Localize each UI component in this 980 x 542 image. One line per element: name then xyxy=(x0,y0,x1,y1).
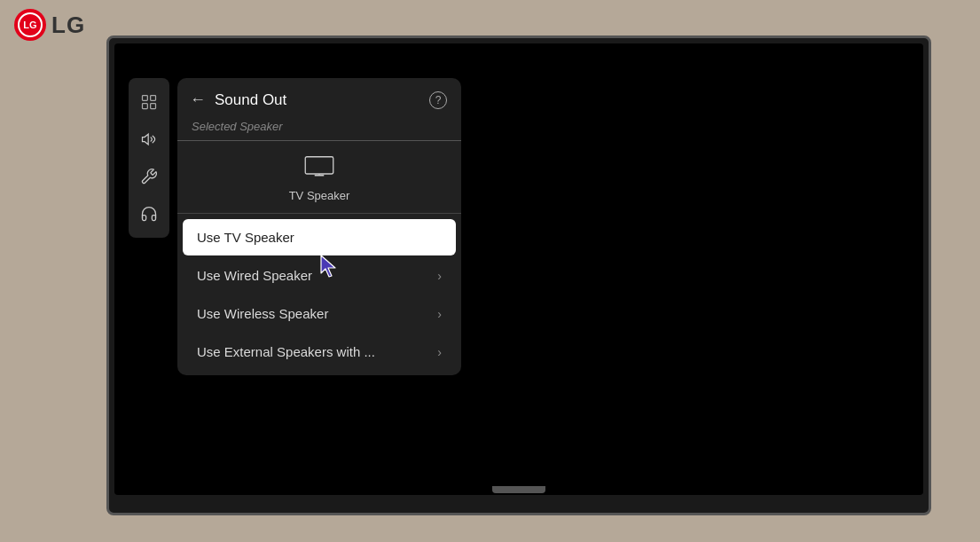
use-tv-speaker-label: Use TV Speaker xyxy=(197,230,294,245)
svg-rect-2 xyxy=(143,104,148,109)
svg-rect-0 xyxy=(143,96,148,101)
use-external-speakers-label: Use External Speakers with ... xyxy=(197,344,375,359)
help-icon-text: ? xyxy=(435,94,442,106)
use-wired-speaker-label: Use Wired Speaker xyxy=(197,268,312,283)
use-wired-speaker-chevron: › xyxy=(437,269,442,283)
use-wireless-speaker-label: Use Wireless Speaker xyxy=(197,306,328,321)
tv-speaker-text: TV Speaker xyxy=(289,189,350,202)
svg-rect-1 xyxy=(151,96,156,101)
lg-logo: LG LG xyxy=(14,9,85,41)
tv-speaker-section: TV Speaker xyxy=(177,141,461,214)
help-button[interactable]: ? xyxy=(429,91,447,109)
panel-header: ← Sound Out ? xyxy=(177,78,461,118)
menu-items: Use TV Speaker Use Wired Speaker › Use W… xyxy=(177,214,461,375)
sound-icon xyxy=(140,130,158,148)
svg-marker-4 xyxy=(143,134,149,145)
sound-out-panel: ← Sound Out ? Selected Speaker TV Speake… xyxy=(177,78,461,375)
sidebar-item-headphone[interactable] xyxy=(132,197,166,231)
menu-item-use-wired-speaker[interactable]: Use Wired Speaker › xyxy=(183,257,456,294)
lg-brand-text: LG xyxy=(51,12,85,39)
menu-item-use-external-speakers[interactable]: Use External Speakers with ... › xyxy=(183,334,456,370)
panel-header-left: ← Sound Out xyxy=(190,90,286,109)
lg-logo-circle: LG xyxy=(14,9,46,41)
sidebar xyxy=(129,78,169,238)
sidebar-item-grid[interactable] xyxy=(132,85,166,119)
lg-circle-text: LG xyxy=(23,20,36,30)
svg-rect-5 xyxy=(305,157,333,174)
menu-item-use-tv-speaker[interactable]: Use TV Speaker xyxy=(183,219,456,255)
tool-icon xyxy=(140,168,158,185)
menu-item-use-wireless-speaker[interactable]: Use Wireless Speaker › xyxy=(183,295,456,332)
tv-stand xyxy=(492,486,545,493)
tv-speaker-icon xyxy=(303,155,335,180)
sidebar-item-tool[interactable] xyxy=(132,160,166,193)
headphone-icon xyxy=(140,205,158,223)
lg-circle-inner: LG xyxy=(18,12,43,37)
use-wireless-speaker-chevron: › xyxy=(437,307,442,321)
svg-rect-3 xyxy=(151,104,156,109)
tv-icon xyxy=(303,155,335,184)
sidebar-item-sound[interactable] xyxy=(132,122,166,156)
grid-icon xyxy=(140,93,158,111)
panel-title: Sound Out xyxy=(215,91,286,109)
back-button[interactable]: ← xyxy=(190,90,206,109)
selected-speaker-label: Selected Speaker xyxy=(177,118,461,141)
use-external-speakers-chevron: › xyxy=(437,345,442,359)
